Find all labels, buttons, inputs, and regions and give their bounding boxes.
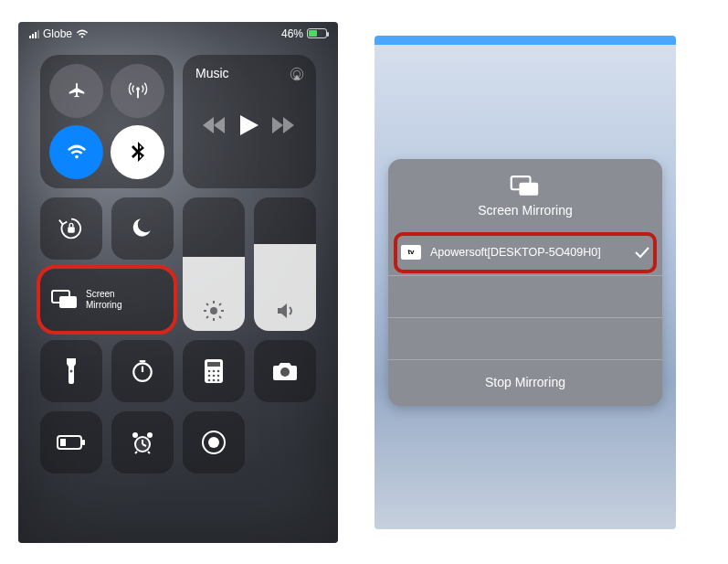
checkmark-icon [635,246,649,259]
svg-point-29 [217,369,220,372]
svg-marker-4 [214,117,225,133]
control-center-grid: Music [18,40,338,474]
calculator-button[interactable] [183,340,245,402]
svg-line-47 [148,452,150,453]
orientation-lock-button[interactable] [40,197,102,260]
alarm-button[interactable] [111,411,174,474]
svg-marker-7 [272,117,283,133]
screen-mirroring-button[interactable]: Screen Mirroring [40,269,174,331]
camera-button[interactable] [254,340,316,402]
screen-mirroring-label: Screen Mirroring [86,289,121,311]
timer-icon [131,359,154,383]
svg-point-21 [70,369,73,372]
airplay-audio-icon[interactable] [289,66,305,82]
svg-point-28 [213,369,216,372]
alarm-clock-icon [130,431,155,454]
sun-icon [203,300,225,322]
screen-mirroring-icon [51,290,79,310]
mirroring-picker-card: Screen Mirroring tv Apowersoft[DESKTOP-5… [388,159,662,406]
svg-point-33 [208,378,211,381]
moon-icon [131,217,154,240]
connectivity-card[interactable] [40,55,174,188]
brightness-slider[interactable] [183,197,245,331]
svg-point-49 [208,437,219,448]
apple-tv-icon: tv [401,245,421,260]
svg-rect-38 [82,440,85,445]
music-card[interactable]: Music [183,55,316,188]
device-row-empty [388,276,662,318]
stop-mirroring-button[interactable]: Stop Mirroring [388,360,662,406]
battery-pct: 46% [281,27,303,40]
wifi-icon [67,144,87,160]
battery-icon [57,435,86,450]
svg-marker-3 [293,74,301,79]
camera-icon [272,361,298,381]
timer-button[interactable] [111,340,174,402]
next-track-button[interactable] [272,117,296,133]
svg-rect-39 [60,439,66,446]
screen-record-button[interactable] [183,411,245,474]
device-list: tv Apowersoft[DESKTOP-5O409H0] [388,230,662,360]
record-icon [201,430,227,455]
svg-point-0 [136,87,140,90]
svg-point-34 [213,378,216,381]
flashlight-button[interactable] [40,340,102,402]
svg-point-27 [208,369,211,372]
svg-point-35 [217,378,220,381]
svg-marker-8 [283,117,294,133]
orientation-lock-icon [58,215,85,242]
antenna-icon [128,80,148,101]
previous-track-button[interactable] [203,117,227,133]
device-row-empty [388,318,662,360]
wifi-button[interactable] [49,125,103,179]
svg-marker-6 [240,115,258,135]
mirroring-picker-screenshot: Screen Mirroring tv Apowersoft[DESKTOP-5… [375,36,676,529]
airplane-mode-button[interactable] [49,64,103,118]
play-button[interactable] [240,115,258,135]
svg-point-45 [147,432,153,438]
svg-point-22 [133,363,152,381]
music-title: Music [195,66,303,80]
svg-line-16 [219,316,221,318]
speaker-icon [274,300,296,322]
svg-point-36 [280,367,290,377]
svg-rect-51 [519,182,538,195]
device-name: Apowersoft[DESKTOP-5O409H0] [430,245,649,261]
screen-mirroring-icon [510,176,541,197]
svg-point-44 [132,432,138,438]
battery-icon [307,28,327,38]
calculator-icon [204,358,224,384]
do-not-disturb-button[interactable] [111,197,174,260]
carrier-label: Globe [43,27,72,40]
svg-line-15 [206,303,208,305]
svg-point-30 [208,374,211,377]
svg-point-32 [217,374,220,377]
volume-slider[interactable] [254,197,316,331]
svg-marker-5 [203,117,214,133]
low-power-mode-button[interactable] [40,411,102,474]
wifi-icon [76,29,89,38]
airplane-icon [67,80,87,101]
mirroring-picker-title: Screen Mirroring [478,203,572,218]
svg-point-31 [213,374,216,377]
bluetooth-button[interactable] [111,125,164,179]
svg-line-17 [206,316,208,318]
svg-line-46 [135,452,137,453]
svg-line-18 [219,303,221,305]
svg-rect-9 [68,227,75,233]
signal-icon [29,29,39,38]
bluetooth-icon [132,142,144,162]
control-center-screenshot: Globe 46% [18,22,338,543]
status-bar: Globe 46% [18,22,338,40]
cellular-data-button[interactable] [111,64,164,118]
device-row[interactable]: tv Apowersoft[DESKTOP-5O409H0] [388,230,662,276]
svg-point-10 [210,307,217,314]
svg-rect-20 [59,296,77,308]
svg-rect-26 [207,362,220,367]
flashlight-icon [65,358,78,384]
